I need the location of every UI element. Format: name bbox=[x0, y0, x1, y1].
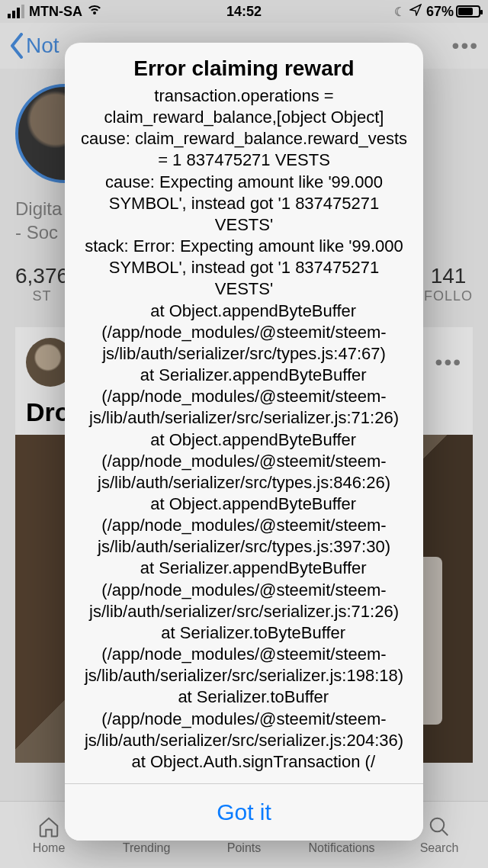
error-modal: Error claiming reward transaction.operat… bbox=[65, 43, 423, 841]
modal-title: Error claiming reward bbox=[65, 43, 423, 85]
modal-confirm-button[interactable]: Got it bbox=[65, 783, 423, 841]
modal-body: transaction.operations = claim_reward_ba… bbox=[65, 85, 423, 783]
